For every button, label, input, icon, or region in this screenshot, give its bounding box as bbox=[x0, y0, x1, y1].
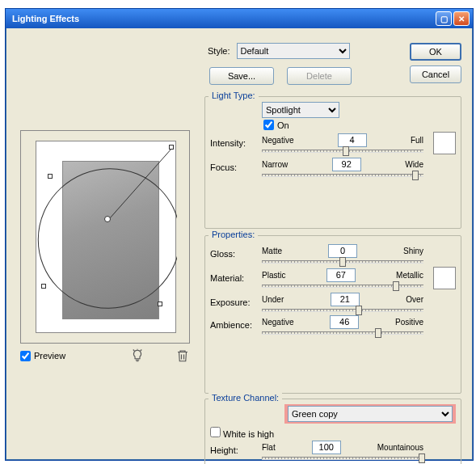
delete-style-button[interactable]: Delete bbox=[287, 67, 352, 85]
exposure-value[interactable]: 21 bbox=[331, 293, 360, 306]
exposure-slider[interactable] bbox=[262, 309, 423, 312]
material-knob[interactable] bbox=[393, 281, 399, 291]
window-title: Lighting Effects bbox=[12, 14, 436, 23]
focus-left-label: Narrow bbox=[262, 160, 288, 169]
preview-checkbox[interactable] bbox=[20, 351, 31, 361]
light-center-handle[interactable] bbox=[104, 216, 111, 222]
preview-canvas[interactable] bbox=[36, 141, 176, 333]
texture-group: Texture Channel: Green copy White is hig… bbox=[204, 399, 461, 464]
close-button[interactable]: ✕ bbox=[453, 11, 470, 26]
light-on-label: On bbox=[277, 120, 289, 130]
trash-icon[interactable] bbox=[175, 348, 190, 363]
properties-legend: Properties: bbox=[209, 230, 258, 239]
lighting-effects-dialog: Lighting Effects ▢ ✕ Style: Default OK C… bbox=[5, 8, 474, 461]
texture-legend: Texture Channel: bbox=[209, 393, 282, 403]
intensity-knob[interactable] bbox=[343, 146, 349, 156]
light-ellipse-handle[interactable] bbox=[41, 284, 46, 289]
gloss-value[interactable]: 0 bbox=[328, 244, 357, 258]
intensity-value[interactable]: 4 bbox=[338, 133, 367, 147]
material-value[interactable]: 67 bbox=[326, 268, 356, 282]
exposure-knob[interactable] bbox=[356, 306, 362, 315]
height-right-label: Mountainous bbox=[377, 443, 423, 452]
ambience-right-label: Positive bbox=[395, 318, 423, 327]
gloss-label: Gloss: bbox=[210, 249, 255, 259]
material-label: Material: bbox=[210, 273, 255, 283]
height-value[interactable]: 100 bbox=[312, 441, 341, 454]
save-style-button[interactable]: Save... bbox=[209, 67, 274, 85]
gloss-slider[interactable] bbox=[262, 260, 423, 264]
preview-area[interactable] bbox=[20, 130, 190, 344]
intensity-label: Intensity: bbox=[210, 138, 255, 148]
gloss-right-label: Shiny bbox=[403, 247, 423, 255]
ambience-label: Ambience: bbox=[210, 320, 255, 330]
light-type-legend: Light Type: bbox=[209, 91, 259, 100]
white-high-label[interactable]: White is high bbox=[210, 429, 274, 439]
focus-knob[interactable] bbox=[412, 171, 419, 180]
material-right-label: Metallic bbox=[396, 271, 423, 280]
height-left-label: Flat bbox=[262, 443, 276, 452]
preview-thumbnail bbox=[62, 161, 159, 319]
minimize-button[interactable]: ▢ bbox=[436, 11, 452, 26]
exposure-right-label: Over bbox=[406, 295, 423, 304]
ambient-color-swatch[interactable] bbox=[433, 267, 456, 289]
preview-checkbox-label[interactable]: Preview bbox=[20, 351, 65, 361]
white-high-checkbox[interactable] bbox=[210, 427, 221, 437]
ambience-value[interactable]: 46 bbox=[330, 315, 359, 329]
light-ellipse-handle[interactable] bbox=[158, 302, 162, 306]
lightbulb-icon[interactable] bbox=[130, 348, 145, 363]
titlebar: Lighting Effects ▢ ✕ bbox=[6, 9, 473, 28]
gloss-left-label: Matte bbox=[262, 247, 282, 255]
style-label: Style: bbox=[208, 46, 230, 56]
focus-label: Focus: bbox=[210, 162, 255, 172]
light-color-swatch[interactable] bbox=[433, 132, 456, 154]
gloss-knob[interactable] bbox=[339, 257, 346, 267]
height-knob[interactable] bbox=[419, 453, 425, 463]
cancel-button[interactable]: Cancel bbox=[410, 65, 461, 83]
light-type-select[interactable]: Spotlight bbox=[262, 102, 339, 118]
intensity-left-label: Negative bbox=[262, 136, 293, 145]
texture-channel-select[interactable]: Green copy bbox=[288, 406, 453, 422]
preview-label: Preview bbox=[34, 351, 65, 361]
height-label: Height: bbox=[210, 445, 255, 455]
ok-button[interactable]: OK bbox=[410, 43, 461, 61]
style-select[interactable]: Default bbox=[237, 43, 350, 59]
exposure-label: Exposure: bbox=[210, 297, 255, 307]
height-slider[interactable] bbox=[262, 457, 423, 460]
texture-highlight: Green copy bbox=[284, 404, 456, 424]
light-direction-handle[interactable] bbox=[169, 145, 174, 150]
ambience-left-label: Negative bbox=[262, 318, 293, 327]
focus-right-label: Wide bbox=[405, 160, 423, 169]
light-type-group: Light Type: Spotlight On Intensity: Nega… bbox=[204, 96, 461, 229]
properties-group: Properties: Gloss: Matte 0 Shiny Materia… bbox=[204, 235, 461, 394]
ambience-slider[interactable] bbox=[262, 331, 423, 335]
material-left-label: Plastic bbox=[262, 271, 285, 280]
focus-value[interactable]: 92 bbox=[332, 158, 361, 171]
focus-slider[interactable] bbox=[262, 174, 423, 177]
light-ellipse-handle[interactable] bbox=[48, 174, 53, 179]
ambience-knob[interactable] bbox=[375, 328, 381, 338]
light-on-checkbox[interactable] bbox=[263, 120, 274, 130]
material-slider[interactable] bbox=[262, 285, 423, 288]
intensity-right-label: Full bbox=[411, 136, 423, 145]
exposure-left-label: Under bbox=[262, 295, 284, 304]
intensity-slider[interactable] bbox=[262, 150, 423, 153]
